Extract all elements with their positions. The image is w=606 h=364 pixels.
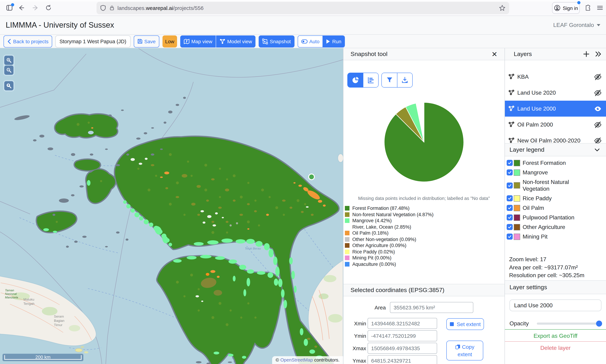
play-icon <box>326 39 331 44</box>
save-button[interactable]: Save <box>134 35 159 47</box>
layer-type-icon <box>508 89 515 96</box>
sign-in-button[interactable]: Sign in <box>552 2 580 14</box>
copy-extent-button[interactable]: Copy extent <box>446 341 483 361</box>
pie-legend-swatch <box>345 262 349 267</box>
legend-item: Forest Formation <box>507 158 606 168</box>
pie-legend-swatch <box>345 256 349 260</box>
coordinate-label: Ymax <box>351 358 366 364</box>
add-layer-icon[interactable] <box>583 51 590 57</box>
zoom-out-button[interactable] <box>4 65 14 75</box>
label-park-line3: Manusela <box>5 296 18 299</box>
filter-icon <box>386 77 393 84</box>
back-to-projects-button[interactable]: Back to projects <box>3 35 52 47</box>
xmin-input[interactable]: 14394468.32152482 <box>368 318 437 329</box>
export-geotiff-button[interactable]: Export as GeoTiff <box>505 329 606 342</box>
model-view-button[interactable]: Model view <box>216 35 256 47</box>
pie-legend-swatch <box>345 237 349 242</box>
eye-hidden-icon[interactable] <box>594 73 602 81</box>
url-bar[interactable]: landscapes.wearepal.ai/projects/556 <box>96 2 509 14</box>
auto-toggle-button[interactable]: Auto <box>298 36 323 47</box>
eye-visible-icon[interactable] <box>594 105 602 113</box>
legend-item: Rice Paddy <box>507 194 606 203</box>
save-icon <box>137 39 142 44</box>
bookmark-star-icon[interactable] <box>499 5 506 11</box>
layer-item-land-use-2020[interactable]: Land Use 2020 <box>505 85 606 101</box>
legend-label: Mangrove <box>523 169 548 176</box>
missing-data-note: Missing data points included in distribu… <box>344 196 505 201</box>
layer-item-land-use-2000[interactable]: Land Use 2000 <box>505 101 606 117</box>
run-button[interactable]: Run <box>323 36 344 47</box>
area-label: Area <box>374 304 386 311</box>
collapse-panel-icon[interactable] <box>595 51 601 57</box>
layer-item-oil-palm-2000[interactable]: Oil Palm 2000 <box>505 117 606 132</box>
bar-chart-tab[interactable] <box>363 73 378 87</box>
zoom-in-button[interactable] <box>4 56 14 65</box>
pie-legend-label: Mining Pit (0.00%) <box>352 255 392 261</box>
legend-checkbox[interactable] <box>507 195 513 201</box>
xmax-input[interactable]: 15056849.49784335 <box>368 343 437 354</box>
back-icon[interactable] <box>17 4 25 12</box>
ymin-input[interactable]: -474147.75201299 <box>368 330 437 341</box>
legend-checkbox[interactable] <box>507 205 513 211</box>
download-icon <box>401 77 408 84</box>
coordinates-header: Selected coordinates (EPSG:3857) <box>344 284 505 296</box>
extensions-icon[interactable] <box>584 4 592 12</box>
account-icon <box>554 5 561 11</box>
delete-layer-button[interactable]: Delete layer <box>505 341 606 354</box>
download-button[interactable] <box>397 73 412 87</box>
menu-icon[interactable] <box>596 4 604 12</box>
pie-legend-label: Other Non-vegetation (0.09%) <box>352 237 416 242</box>
label-region2-line2: Bagian <box>54 319 64 323</box>
coordinate-row: Ymax64815.24329721 <box>351 355 437 364</box>
snapshot-panel-header: Snapshot tool ✕ <box>344 48 505 60</box>
legend-label: Other Agriculture <box>523 224 565 230</box>
legend-label: Rice Paddy <box>523 195 552 202</box>
eye-hidden-icon[interactable] <box>594 89 602 97</box>
legend-checkbox[interactable] <box>507 234 513 240</box>
layer-type-icon <box>508 137 515 144</box>
reload-icon[interactable] <box>45 4 53 12</box>
project-name-input[interactable]: Storymap 1 West Papua (JD) <box>55 35 130 47</box>
area-input[interactable]: 355623.9675 km² <box>390 302 473 313</box>
pie-legend-label: Oil Palm (0.18%) <box>352 231 388 236</box>
forward-icon[interactable] <box>32 4 39 12</box>
layer-name: Oil Palm 2000 <box>517 121 594 128</box>
zoom-to-extent-button[interactable] <box>4 81 14 90</box>
opacity-slider[interactable] <box>537 323 602 325</box>
legend-checkbox[interactable] <box>507 169 513 175</box>
label-bay: Teluk Berau <box>245 247 261 250</box>
sidebar-toggle-icon[interactable] <box>6 4 14 12</box>
set-extent-button[interactable]: Set extent <box>446 318 484 330</box>
map-view-button[interactable]: Map view <box>180 35 216 47</box>
layer-type-icon <box>508 121 515 128</box>
shield-icon <box>100 5 106 11</box>
snapshot-button[interactable]: Snapshot <box>259 35 294 47</box>
layer-settings-header: Layer settings <box>505 280 606 294</box>
low-status-button[interactable]: Low <box>162 35 177 47</box>
ymax-input[interactable]: 64815.24329721 <box>368 355 437 364</box>
pie-legend-item: Other Agriculture (0.09%) <box>345 242 505 249</box>
osm-attribution-link[interactable]: OpenStreetMap <box>280 357 313 363</box>
layer-item-kba[interactable]: KBA <box>505 69 606 85</box>
pie-legend-swatch <box>345 249 349 254</box>
project-toolbar: Back to projects Storymap 1 West Papua (… <box>0 35 606 48</box>
pie-legend-swatch <box>345 243 349 248</box>
layer-legend-header[interactable]: Layer legend <box>505 143 606 156</box>
eye-hidden-icon[interactable] <box>594 121 602 129</box>
legend-label: Forest Formation <box>523 159 566 166</box>
legend-checkbox[interactable] <box>507 214 513 221</box>
legend-label: Pulpwood Plantation <box>523 214 574 221</box>
pie-legend-label: Other Agriculture (0.09%) <box>352 243 406 248</box>
layer-name-input[interactable]: Land Use 2000 <box>510 299 601 311</box>
opacity-slider-thumb[interactable] <box>596 321 602 327</box>
map-canvas[interactable]: Taman Nasional Manusela Maluku Tengah Se… <box>0 48 343 364</box>
legend-checkbox[interactable] <box>507 224 513 230</box>
legend-checkbox[interactable] <box>507 182 513 188</box>
pie-legend-item: Non-forest Natural Vegetation (4.87%) <box>345 211 505 218</box>
pie-chart-tab[interactable] <box>348 73 363 87</box>
legend-checkbox[interactable] <box>507 160 513 166</box>
layer-info-line: Area per cell: ~93177.07m² <box>509 263 584 272</box>
filter-button[interactable] <box>382 73 397 87</box>
close-icon[interactable]: ✕ <box>491 51 497 58</box>
account-menu[interactable]: LEAF Gorontalo <box>553 22 600 28</box>
